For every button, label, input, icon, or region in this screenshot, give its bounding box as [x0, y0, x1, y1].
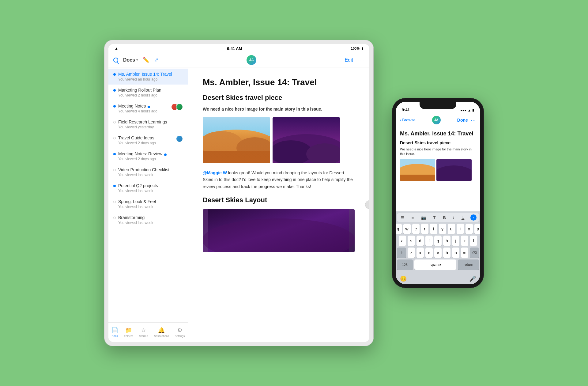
key-h[interactable]: h [443, 236, 450, 246]
emoji-icon[interactable]: 😊 [400, 275, 407, 282]
key-r[interactable]: r [421, 224, 428, 234]
tab-notifications[interactable]: 🔔 Notifications [154, 327, 169, 338]
key-a[interactable]: a [399, 236, 406, 246]
underline-icon[interactable]: U [460, 215, 466, 221]
microphone-icon[interactable]: 🎤 [469, 275, 476, 282]
tab-folders[interactable]: 📁 Folders [124, 327, 133, 338]
iphone-time: 9:41 [402, 108, 410, 112]
key-c[interactable]: c [425, 248, 433, 258]
sidebar-list: Ms. Ambler, Issue 14: Travel You viewed … [108, 67, 188, 322]
key-y[interactable]: y [439, 224, 446, 234]
item-title: Potential Q2 projects [118, 183, 183, 188]
section1-heading: Desert Skies travel piece [203, 94, 355, 102]
key-t[interactable]: t [430, 224, 437, 234]
key-q[interactable]: q [396, 224, 402, 234]
image-icon[interactable]: 📷 [420, 215, 427, 221]
list-item[interactable]: Travel Guide Ideas You viewed 2 days ago [108, 132, 188, 148]
list-item[interactable]: Ms. Ambler, Issue 14: Travel You viewed … [108, 69, 188, 85]
key-l[interactable]: l [470, 236, 477, 246]
key-i[interactable]: i [457, 224, 464, 234]
checklist-icon[interactable]: ☰ [399, 215, 405, 221]
expand-icon[interactable]: ⤢ [154, 57, 158, 63]
ipad-toolbar: Docs ▾ ✏️ ⤢ JA Edit ··· [108, 53, 369, 67]
key-x[interactable]: x [417, 248, 424, 258]
key-o[interactable]: o [466, 224, 473, 234]
key-s[interactable]: s [408, 236, 415, 246]
key-j[interactable]: j [452, 236, 459, 246]
key-p[interactable]: p [474, 224, 481, 234]
back-button[interactable]: ‹ Browse [400, 118, 416, 122]
iphone-document-title: Ms. Ambler, Issue 14: Travel [400, 131, 476, 137]
iphone-keyboard[interactable]: ☰ ≡ 📷 T B I U › q w e r t y u [396, 211, 480, 273]
tab-label: Docs [111, 335, 118, 338]
key-g[interactable]: g [434, 236, 442, 246]
item-content: Marketing Rollout Plan You viewed 2 hour… [118, 88, 183, 97]
list-item[interactable]: Marketing Rollout Plan You viewed 2 hour… [108, 85, 188, 100]
mention-link[interactable]: @Maggie W [203, 170, 227, 175]
text-icon[interactable]: T [432, 215, 437, 221]
iphone-notch [420, 102, 456, 109]
key-m[interactable]: m [461, 248, 468, 258]
list-item[interactable]: Brainstorming You viewed last week [108, 212, 188, 228]
key-k[interactable]: k [461, 236, 468, 246]
svg-rect-13 [400, 175, 435, 181]
more-button[interactable]: ··· [471, 118, 476, 123]
return-key[interactable]: return [458, 259, 479, 270]
iphone-nav-avatar: JA [432, 116, 441, 124]
delete-key[interactable]: ⌫ [470, 248, 479, 258]
tab-starred[interactable]: ☆ Starred [139, 327, 148, 338]
key-v[interactable]: v [434, 248, 442, 258]
item-content: Field Research Learnings You viewed yest… [118, 119, 183, 129]
key-n[interactable]: n [452, 248, 459, 258]
bold-icon[interactable]: B [442, 215, 447, 221]
item-content: Brainstorming You viewed last week [118, 215, 183, 225]
svg-point-2 [203, 131, 243, 156]
document-content[interactable]: Ms. Ambler, Issue 14: Travel Desert Skie… [188, 67, 369, 342]
done-button[interactable]: Done [457, 118, 468, 123]
list-item[interactable]: Potential Q2 projects You viewed last we… [108, 180, 188, 196]
compose-icon[interactable]: ✏️ [143, 57, 149, 63]
list-item[interactable]: Field Research Learnings You viewed yest… [108, 116, 188, 132]
keyboard-row-2: a s d f g h j k l [397, 236, 479, 246]
iphone-document-content[interactable]: Ms. Ambler, Issue 14: Travel Desert Skie… [396, 126, 480, 211]
space-key[interactable]: space [414, 259, 457, 270]
key-u[interactable]: u [448, 224, 455, 234]
key-e[interactable]: e [412, 224, 420, 234]
svg-point-15 [436, 165, 472, 181]
avatar[interactable]: JA [432, 116, 441, 124]
key-z[interactable]: z [408, 248, 415, 258]
shift-key[interactable]: ⇧ [397, 248, 406, 258]
tab-label: Starred [139, 335, 148, 338]
item-subtitle: You viewed an hour ago [118, 77, 183, 81]
ipad-time: 9:41 AM [227, 46, 242, 51]
dot-indicator [113, 169, 116, 171]
key-w[interactable]: w [403, 224, 411, 234]
send-icon[interactable]: › [470, 214, 477, 221]
italic-icon[interactable]: I [452, 215, 456, 221]
list-item[interactable]: Meeting Notes You viewed 4 hours ago [108, 100, 188, 116]
list-item[interactable]: Spring: Look & Feel You viewed last week [108, 196, 188, 212]
avatar[interactable]: JA [247, 55, 256, 65]
section1-body: We need a nice hero image for the main s… [203, 106, 355, 112]
iphone-bottom-bar: 😊 🎤 [396, 273, 480, 284]
item-subtitle: You viewed last week [118, 205, 183, 209]
numbers-key[interactable]: 123 [397, 259, 413, 270]
avatar [176, 135, 183, 142]
toolbar-left: Docs ▾ ✏️ ⤢ [113, 57, 158, 63]
indent-icon[interactable]: ≡ [410, 215, 415, 221]
list-item[interactable]: Video Production Checklist You viewed la… [108, 164, 188, 180]
key-f[interactable]: f [425, 236, 433, 246]
key-b[interactable]: b [443, 248, 450, 258]
item-subtitle: You viewed yesterday [118, 125, 183, 129]
tab-settings[interactable]: ⚙ Settings [175, 327, 185, 338]
key-d[interactable]: d [417, 236, 424, 246]
docs-dropdown[interactable]: Docs ▾ [123, 57, 138, 63]
search-icon[interactable] [113, 58, 118, 62]
tab-docs[interactable]: 📄 Docs [111, 327, 118, 338]
more-button[interactable]: ··· [358, 57, 364, 63]
list-item[interactable]: Meeting Notes: Review You viewed 2 days … [108, 148, 188, 164]
edit-button[interactable]: Edit [345, 57, 353, 63]
avatar [176, 104, 183, 110]
item-title: Travel Guide Ideas [118, 135, 174, 140]
iphone-desert-purple-image [436, 159, 472, 181]
